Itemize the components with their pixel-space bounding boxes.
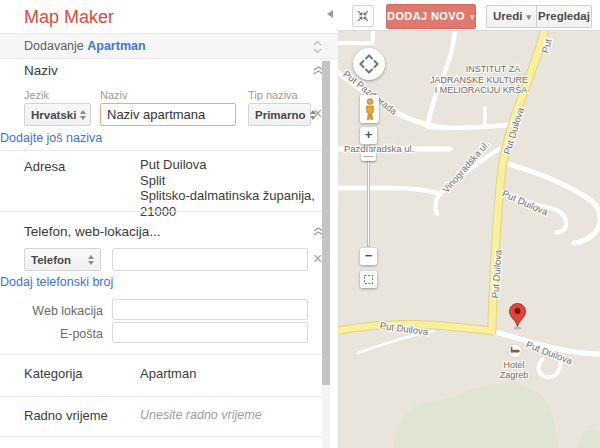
park-area (393, 384, 559, 448)
name-type-label: Tip naziva (248, 89, 298, 101)
phone-type-select[interactable]: Telefon (24, 248, 101, 271)
pegman-icon (364, 98, 376, 121)
top-toolbar: DODAJ NOVO▾ Uredi▾ Pregledaj (338, 0, 600, 30)
pegman-control[interactable] (360, 95, 379, 123)
select-arrows-icon (88, 255, 94, 265)
breadcrumb-entity: Apartman (87, 39, 145, 53)
location-marker[interactable] (510, 304, 526, 330)
select-arrows-icon (80, 110, 86, 120)
road-label: Put (539, 37, 553, 54)
compress-icon (357, 10, 369, 22)
section-title-naziv: Naziv (24, 63, 58, 78)
map-pan-control[interactable] (353, 48, 385, 80)
breadcrumb: Dodavanje Apartman (0, 33, 338, 59)
road-label: Put Duilova (501, 105, 526, 155)
zoom-in-button[interactable]: + (360, 127, 377, 144)
edit-button[interactable]: Uredi▾ (486, 5, 538, 28)
add-name-link[interactable]: Dodajte još naziva (0, 131, 102, 145)
app-title: Map Maker (24, 7, 114, 28)
collapse-view-button[interactable] (352, 5, 374, 27)
poi-label: JADRANSKE KULTURE (430, 75, 528, 85)
panel-header: Map Maker (0, 0, 338, 33)
address-value: Put Duilova Split Splitsko-dalmatinska ž… (140, 157, 338, 219)
map-tiles: Put Put Pazdigrada Pazdigradska ul. Vino… (338, 31, 600, 448)
zoom-extent-button[interactable] (360, 271, 377, 288)
hours-label: Radno vrijeme (24, 408, 108, 423)
zoom-out-button[interactable]: − (360, 248, 377, 265)
divider (0, 150, 330, 151)
name-input[interactable] (100, 103, 236, 126)
panel-collapse-icon[interactable] (327, 10, 333, 18)
zoom-slider-handle[interactable] (361, 152, 376, 161)
section-title-contact: Telefon, web-lokacija... (24, 224, 161, 239)
divider (0, 436, 330, 437)
divider (0, 396, 330, 397)
category-label: Kategorija (24, 366, 83, 381)
breadcrumb-action: Dodavanje (24, 39, 84, 53)
scrollbar-thumb[interactable] (322, 61, 330, 385)
add-new-button[interactable]: DODAJ NOVO▾ (386, 4, 476, 29)
caret-down-icon: ▾ (526, 12, 531, 22)
poi-label: Zagreb (500, 370, 529, 380)
remove-name-button[interactable]: × (313, 107, 322, 121)
caret-down-icon: ▾ (470, 12, 475, 22)
road-label: Pazdigradska ul. (344, 143, 414, 154)
divider (0, 354, 330, 355)
email-input[interactable] (112, 322, 308, 343)
name-type-select[interactable]: Primarno (248, 103, 311, 126)
road-label: Put Duilova (501, 188, 551, 218)
poi-label: INSTITUT ZA (466, 64, 520, 74)
left-panel: Map Maker Dodavanje Apartman Naziv Jezik… (0, 0, 338, 448)
language-select[interactable]: Hrvatski (24, 103, 91, 126)
extent-frame-icon (363, 274, 374, 285)
road-label: Put Duilova (525, 339, 575, 367)
email-label: E-pošta (23, 327, 103, 341)
remove-phone-button[interactable]: × (313, 252, 322, 266)
panel-scrollbar[interactable] (322, 59, 330, 448)
poi-hotel-icon[interactable] (508, 344, 522, 358)
poi-label: Hotel (503, 360, 524, 370)
divider (0, 211, 330, 212)
address-line: Split (140, 173, 338, 189)
address-line: Put Duilova (140, 157, 338, 173)
expand-collapse-icon[interactable] (313, 40, 322, 54)
park-area (576, 430, 600, 448)
address-line: Splitsko-dalmatinska županija, 21000 (140, 188, 338, 219)
pan-arrows-icon (353, 48, 385, 80)
hours-placeholder[interactable]: Unesite radno vrijeme (140, 408, 262, 422)
name-label: Naziv (100, 89, 128, 101)
road-label: Put Duilova (489, 249, 503, 299)
address-label: Adresa (24, 159, 65, 174)
poi-label: I MELIORACIJU KRŠA (435, 85, 528, 95)
preview-button[interactable]: Pregledaj (536, 5, 592, 28)
category-value: Apartman (140, 366, 196, 381)
phone-input[interactable] (112, 248, 308, 271)
website-label: Web lokacija (23, 304, 103, 318)
add-phone-link[interactable]: Dodaj telefonski broj (0, 275, 113, 289)
map-canvas[interactable]: Put Put Pazdigrada Pazdigradska ul. Vino… (338, 30, 600, 448)
map-maker-app: Map Maker Dodavanje Apartman Naziv Jezik… (0, 0, 600, 448)
language-label: Jezik (24, 89, 49, 101)
website-input[interactable] (112, 299, 308, 320)
